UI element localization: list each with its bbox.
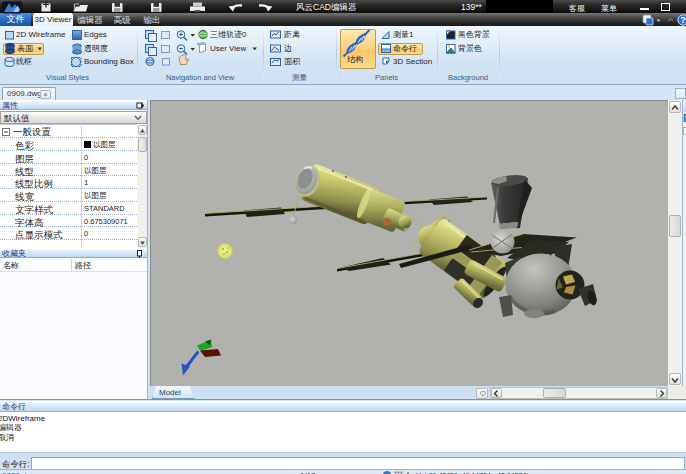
svg-text:?: ? (680, 15, 686, 25)
